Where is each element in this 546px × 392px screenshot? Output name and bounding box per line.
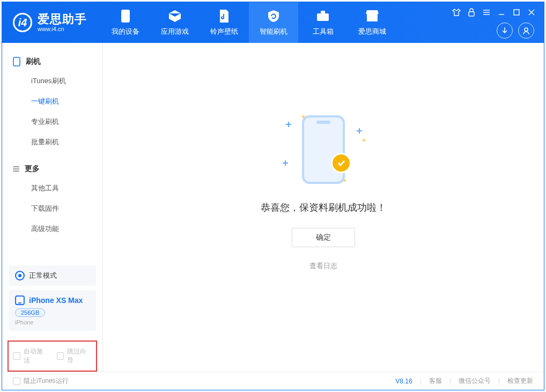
maximize-icon[interactable] xyxy=(512,8,521,17)
sidebar-item-itunes[interactable]: iTunes刷机 xyxy=(2,71,102,91)
menu-icon[interactable] xyxy=(482,8,491,17)
tab-label: 爱思商城 xyxy=(358,27,386,36)
sparkle-icon xyxy=(357,128,362,134)
sparkle-icon xyxy=(283,160,288,166)
tab-store[interactable]: 爱思商城 xyxy=(348,2,397,43)
mode-label: 正常模式 xyxy=(29,271,57,280)
sidebar-item-other-tools[interactable]: 其他工具 xyxy=(2,178,102,198)
device-mode-card[interactable]: 正常模式 xyxy=(9,265,96,286)
store-icon xyxy=(365,9,380,24)
main-tabs: 我的设备 应用游戏 铃声壁纸 智能刷机 工具箱 爱思商城 xyxy=(101,2,397,43)
tab-flash[interactable]: 智能刷机 xyxy=(249,2,298,43)
shield-refresh-icon xyxy=(266,9,281,24)
tab-label: 智能刷机 xyxy=(260,27,287,36)
view-log-link[interactable]: 查看日志 xyxy=(309,261,337,271)
success-message: 恭喜您，保资料刷机成功啦！ xyxy=(261,201,386,214)
group-label: 更多 xyxy=(25,164,40,174)
tab-label: 我的设备 xyxy=(112,27,139,36)
close-icon[interactable] xyxy=(527,8,536,17)
check-badge-icon xyxy=(331,153,351,173)
user-button[interactable] xyxy=(518,23,534,39)
svg-rect-3 xyxy=(367,14,378,21)
success-illustration xyxy=(281,112,366,187)
cube-icon xyxy=(167,9,182,24)
tab-toolbox[interactable]: 工具箱 xyxy=(298,2,348,43)
sidebar-item-onekey[interactable]: 一键刷机 xyxy=(2,91,102,112)
window-controls xyxy=(452,8,536,17)
phone-graphic xyxy=(302,115,345,184)
header-actions xyxy=(497,23,534,39)
dot-icon xyxy=(302,115,305,118)
svg-rect-4 xyxy=(469,12,474,16)
sparkle-icon xyxy=(286,122,291,127)
checkbox-label: 阻止iTunes运行 xyxy=(24,376,69,386)
sidebar-item-download-fw[interactable]: 下载固件 xyxy=(2,198,102,219)
checkbox-label: 跳过向导 xyxy=(67,347,92,365)
mode-icon xyxy=(15,271,25,280)
music-file-icon xyxy=(217,9,232,24)
app-header: i4 爱思助手 www.i4.cn 我的设备 应用游戏 铃声壁纸 智能刷机 xyxy=(2,2,544,43)
toolbox-icon xyxy=(315,9,330,24)
device-name: iPhone XS Max xyxy=(29,296,83,305)
phone-icon xyxy=(15,295,25,305)
shirt-icon[interactable] xyxy=(452,8,461,17)
app-subtitle: www.i4.cn xyxy=(38,26,87,32)
minimize-icon[interactable] xyxy=(497,8,506,17)
svg-rect-2 xyxy=(321,11,325,13)
tab-apps[interactable]: 应用游戏 xyxy=(150,2,200,43)
sidebar-item-batch[interactable]: 批量刷机 xyxy=(2,132,102,152)
checkbox-box-icon xyxy=(13,352,20,360)
options-highlight-box: 自动激活 跳过向导 xyxy=(8,341,97,372)
device-storage-badge: 256GB xyxy=(15,308,45,317)
sidebar-group-flash: 刷机 xyxy=(2,53,102,71)
logo-icon: i4 xyxy=(13,13,32,32)
svg-rect-0 xyxy=(121,10,130,23)
ok-button[interactable]: 确定 xyxy=(292,228,355,247)
app-title: 爱思助手 xyxy=(38,13,87,26)
device-type: iPhone xyxy=(15,319,90,326)
sidebar: 刷机 iTunes刷机 一键刷机 专业刷机 批量刷机 更多 其他工具 下载固件 … xyxy=(2,43,103,372)
download-button[interactable] xyxy=(497,23,513,39)
status-bar: 阻止iTunes运行 V8.16 | 客服 | 微信公众号 | 检查更新 xyxy=(2,372,544,390)
dot-icon xyxy=(343,179,346,182)
wechat-link[interactable]: 微信公众号 xyxy=(459,376,491,386)
support-link[interactable]: 客服 xyxy=(429,376,442,386)
checkbox-label: 自动激活 xyxy=(24,347,48,365)
tab-label: 应用游戏 xyxy=(161,27,189,36)
dot-icon xyxy=(363,139,365,142)
svg-rect-9 xyxy=(514,10,519,15)
logo: i4 爱思助手 www.i4.cn xyxy=(2,2,97,43)
checkbox-block-itunes[interactable]: 阻止iTunes运行 xyxy=(13,376,69,386)
tab-label: 铃声壁纸 xyxy=(210,27,238,36)
tab-ringtones[interactable]: 铃声壁纸 xyxy=(200,2,249,43)
svg-rect-13 xyxy=(13,57,20,66)
check-update-link[interactable]: 检查更新 xyxy=(507,376,533,386)
version-label: V8.16 xyxy=(395,378,412,385)
device-info-card[interactable]: iPhone XS Max 256GB iPhone xyxy=(9,290,96,331)
lock-icon[interactable] xyxy=(467,8,476,17)
sidebar-item-pro[interactable]: 专业刷机 xyxy=(2,112,102,132)
list-icon xyxy=(13,166,19,172)
checkbox-box-icon xyxy=(57,352,64,360)
svg-point-12 xyxy=(525,28,528,31)
sidebar-group-more: 更多 xyxy=(2,160,102,178)
tab-label: 工具箱 xyxy=(313,27,334,36)
device-icon xyxy=(118,9,133,24)
checkbox-box-icon xyxy=(13,378,20,385)
svg-rect-1 xyxy=(317,13,329,21)
group-label: 刷机 xyxy=(26,57,41,66)
sidebar-item-advanced[interactable]: 高级功能 xyxy=(2,219,102,239)
tab-my-device[interactable]: 我的设备 xyxy=(101,2,150,43)
phone-icon xyxy=(13,57,20,66)
main-content: 恭喜您，保资料刷机成功啦！ 确定 查看日志 xyxy=(103,43,544,372)
checkbox-auto-activate[interactable]: 自动激活 xyxy=(13,347,48,365)
checkbox-skip-guide[interactable]: 跳过向导 xyxy=(57,347,92,365)
